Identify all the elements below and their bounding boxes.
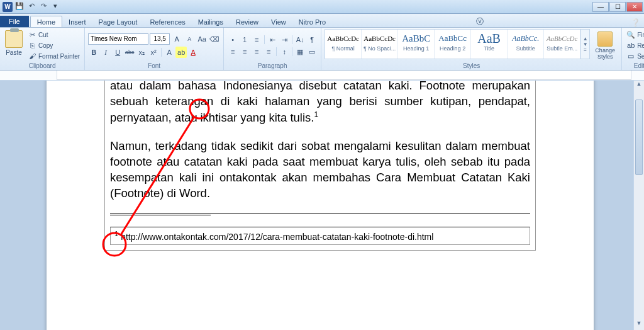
- ribbon-minimize-icon[interactable]: ⓥ: [472, 16, 487, 27]
- help-icon[interactable]: ❔: [627, 18, 644, 27]
- editing-label: Editing: [625, 62, 644, 70]
- align-right-button[interactable]: ≡: [251, 46, 262, 57]
- format-painter-button[interactable]: 🖌Format Painter: [26, 51, 81, 61]
- justify-button[interactable]: ≡: [263, 46, 274, 57]
- indent-button[interactable]: ⇥: [279, 34, 290, 45]
- styles-more-button[interactable]: ▲▼≡: [580, 30, 589, 59]
- group-clipboard: Paste ✂Cut ⎘Copy 🖌Format Painter Clipboa…: [0, 28, 85, 70]
- bold-button[interactable]: B: [88, 47, 99, 58]
- cut-button[interactable]: ✂Cut: [26, 30, 81, 40]
- copy-button[interactable]: ⎘Copy: [26, 40, 81, 50]
- close-button[interactable]: ✕: [626, 2, 643, 12]
- underline-button[interactable]: U: [112, 47, 123, 58]
- replace-icon: ab: [626, 41, 635, 50]
- style-item[interactable]: AaBbCc.Subtitle: [508, 30, 544, 59]
- tab-references[interactable]: References: [143, 16, 191, 27]
- group-font: Times New Rom 13,5 A A Aa ⌫ B I U abc x₂…: [85, 28, 224, 70]
- select-button[interactable]: ▭Select▾: [625, 51, 644, 61]
- save-icon[interactable]: 💾: [14, 2, 25, 12]
- shrink-font-button[interactable]: A: [184, 33, 195, 45]
- superscript-button[interactable]: x²: [148, 47, 159, 58]
- ribbon-tabs: File Home Insert Page Layout References …: [0, 14, 644, 28]
- style-item[interactable]: AaBbCcDc¶ Normal: [325, 30, 362, 59]
- footnote-area[interactable]: 1http://www.ontakontak.com/2017/12/cara-…: [110, 227, 530, 245]
- separator-line: [110, 213, 530, 213]
- highlight-button[interactable]: ab: [175, 47, 187, 58]
- text-effects-button[interactable]: A: [164, 47, 175, 58]
- tab-nitro-pro[interactable]: Nitro Pro: [292, 16, 332, 27]
- multilevel-button[interactable]: ≡: [251, 34, 262, 45]
- word-icon: W: [3, 2, 13, 12]
- align-left-button[interactable]: ≡: [227, 46, 238, 57]
- tab-mailings[interactable]: Mailings: [192, 16, 230, 27]
- align-center-button[interactable]: ≡: [239, 46, 250, 57]
- paste-button[interactable]: Paste: [3, 29, 25, 62]
- style-item[interactable]: AaBbCcHeading 2: [435, 30, 471, 59]
- footnote-number: 1: [114, 230, 118, 237]
- group-editing: 🔍Find▾ abReplace ▭Select▾ Editing: [622, 28, 644, 70]
- subscript-button[interactable]: x₂: [136, 47, 147, 58]
- scroll-thumb[interactable]: [635, 100, 643, 175]
- window-controls: — ☐ ✕: [592, 2, 644, 12]
- numbering-button[interactable]: 1: [239, 34, 250, 45]
- sort-button[interactable]: A↓: [294, 34, 306, 45]
- cut-icon: ✂: [28, 30, 36, 39]
- scroll-up-icon[interactable]: ▲: [634, 81, 644, 91]
- tab-home[interactable]: Home: [30, 16, 62, 27]
- paragraph-2[interactable]: Namun, terkadang tidak sedikit dari soba…: [110, 139, 530, 202]
- tab-file[interactable]: File: [0, 16, 29, 27]
- dedent-button[interactable]: ⇤: [267, 34, 278, 45]
- qat-dropdown-icon[interactable]: ▾: [50, 2, 60, 12]
- clipboard-label: Clipboard: [3, 62, 81, 70]
- brush-icon: 🖌: [28, 52, 36, 60]
- clear-format-button[interactable]: ⌫: [209, 33, 220, 45]
- title-bar: W 💾 ↶ ↷ ▾ — ☐ ✕: [0, 0, 644, 14]
- vertical-scrollbar[interactable]: ▲ ▼: [633, 81, 644, 330]
- font-color-button[interactable]: A: [187, 47, 199, 58]
- replace-button[interactable]: abReplace: [625, 40, 644, 50]
- change-case-button[interactable]: Aa: [196, 33, 208, 45]
- group-styles: AaBbCcDc¶ NormalAaBbCcDc¶ No Spaci...AaB…: [321, 28, 622, 70]
- quick-access-toolbar: W 💾 ↶ ↷ ▾: [0, 2, 63, 12]
- tab-insert[interactable]: Insert: [62, 16, 92, 27]
- tab-review[interactable]: Review: [230, 16, 265, 27]
- font-size-select[interactable]: 13,5: [150, 33, 170, 45]
- paragraph-label: Paragraph: [227, 62, 318, 70]
- strike-button[interactable]: abc: [124, 47, 135, 58]
- find-button[interactable]: 🔍Find▾: [625, 30, 644, 40]
- footnote-ref-1[interactable]: 1: [314, 110, 318, 119]
- italic-button[interactable]: I: [100, 47, 111, 58]
- change-styles-icon: [597, 31, 613, 47]
- undo-icon[interactable]: ↶: [26, 2, 36, 12]
- paste-label: Paste: [3, 49, 25, 56]
- bullets-button[interactable]: •: [227, 34, 238, 45]
- paste-icon: [5, 30, 23, 48]
- redo-icon[interactable]: ↷: [38, 2, 48, 12]
- select-icon: ▭: [626, 52, 635, 60]
- text-boundary: atau dalam bahasa Indonesianya disebut c…: [104, 81, 536, 251]
- style-item[interactable]: AaBTitle: [471, 30, 508, 59]
- footnote-text[interactable]: http://www.ontakontak.com/2017/12/cara-m…: [121, 232, 433, 242]
- line-spacing-button[interactable]: ↕: [279, 46, 290, 57]
- style-item[interactable]: AaBbCcDcSubtle Em...: [544, 30, 580, 59]
- style-item[interactable]: AaBbCcDc¶ No Spaci...: [362, 30, 398, 59]
- tab-page-layout[interactable]: Page Layout: [92, 16, 144, 27]
- document-area: atau dalam bahasa Indonesianya disebut c…: [0, 81, 644, 330]
- styles-gallery[interactable]: AaBbCcDc¶ NormalAaBbCcDc¶ No Spaci...AaB…: [325, 29, 590, 59]
- scroll-down-icon[interactable]: ▼: [634, 320, 644, 330]
- style-item[interactable]: AaBbCHeading 1: [398, 30, 435, 59]
- maximize-button[interactable]: ☐: [609, 2, 626, 12]
- paragraph-1[interactable]: atau dalam bahasa Indonesianya disebut c…: [110, 81, 530, 126]
- tab-view[interactable]: View: [265, 16, 292, 27]
- font-name-select[interactable]: Times New Rom: [88, 33, 148, 45]
- grow-font-button[interactable]: A: [171, 33, 182, 45]
- minimize-button[interactable]: —: [592, 2, 609, 12]
- shading-button[interactable]: ▦: [294, 46, 306, 57]
- footnote-separator: [110, 215, 211, 215]
- show-marks-button[interactable]: ¶: [306, 34, 318, 45]
- change-styles-button[interactable]: Change Styles: [592, 29, 618, 62]
- group-paragraph: • 1 ≡ ⇤ ⇥ A↓ ¶ ≡ ≡ ≡ ≡ ↕ ▦ ▭ P: [224, 28, 321, 70]
- borders-button[interactable]: ▭: [306, 46, 318, 57]
- page[interactable]: atau dalam bahasa Indonesianya disebut c…: [47, 81, 594, 330]
- horizontal-ruler[interactable]: [0, 71, 644, 81]
